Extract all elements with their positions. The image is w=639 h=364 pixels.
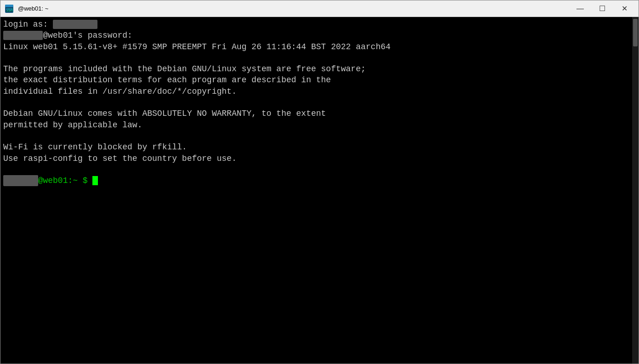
wifi-line-2: Use raspi-config to set the country befo… — [3, 153, 636, 164]
svg-rect-5 — [10, 8, 12, 10]
username-redacted — [53, 20, 97, 29]
minimize-button[interactable]: — — [570, 2, 591, 16]
maximize-button[interactable]: ☐ — [592, 2, 613, 16]
system-info-line: Linux web01 5.15.61-v8+ #1579 SMP PREEMP… — [3, 41, 636, 52]
terminal-window: SSH @web01: ~ — ☐ ✕ login as: @web01's p… — [0, 0, 639, 364]
login-line: login as: — [3, 19, 636, 30]
prompt-user-redacted — [3, 175, 38, 186]
password-text: @web01's password: — [43, 31, 132, 40]
info-line-3: individual files in /usr/share/doc/*/cop… — [3, 86, 636, 97]
wifi-line-1: Wi-Fi is currently blocked by rfkill. — [3, 142, 636, 153]
login-text: login as: — [3, 20, 53, 29]
warranty-line-2: permitted by applicable law. — [3, 119, 636, 131]
prompt-line[interactable]: @web01:~ $ — [3, 175, 636, 186]
info-line-2: the exact distribution terms for each pr… — [3, 74, 636, 85]
app-icon: SSH — [4, 4, 14, 14]
blank-line-2 — [3, 97, 636, 108]
scrollbar[interactable] — [632, 17, 639, 364]
terminal-cursor — [92, 176, 98, 185]
blank-line-3 — [3, 131, 636, 142]
blank-line-1 — [3, 52, 636, 63]
scrollbar-thumb[interactable] — [633, 19, 638, 46]
hostname-redacted — [3, 31, 43, 40]
prompt-symbol: $ — [78, 175, 92, 186]
window-controls: — ☐ ✕ — [570, 2, 635, 16]
title-bar: SSH @web01: ~ — ☐ ✕ — [0, 0, 639, 17]
blank-line-4 — [3, 164, 636, 175]
warranty-line-1: Debian GNU/Linux comes with ABSOLUTELY N… — [3, 108, 636, 119]
close-button[interactable]: ✕ — [614, 2, 635, 16]
password-line: @web01's password: — [3, 30, 636, 41]
info-line-1: The programs included with the Debian GN… — [3, 63, 636, 74]
svg-rect-1 — [5, 5, 13, 7]
prompt-host: @web01:~ — [38, 175, 78, 186]
svg-rect-4 — [6, 8, 9, 10]
terminal-output[interactable]: login as: @web01's password: Linux web01… — [0, 17, 639, 364]
window-title: @web01: ~ — [18, 5, 570, 12]
